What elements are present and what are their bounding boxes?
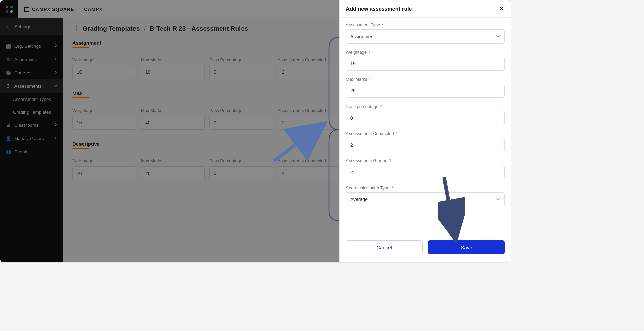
- save-button[interactable]: Save: [428, 240, 505, 254]
- drawer-body: Assessment Type * Weightage *Max Marks *…: [340, 18, 511, 235]
- assessments-graded-input[interactable]: [346, 165, 505, 179]
- form-group-assessments-conducted: Assessments Conducted *: [346, 131, 505, 152]
- pass-percentage-input[interactable]: [346, 111, 505, 125]
- form-group-pass-percentage: Pass percentage *: [346, 104, 505, 125]
- assessments-conducted-input[interactable]: [346, 138, 505, 152]
- drawer-header: Add new assessment rule ✕: [340, 0, 511, 18]
- max-marks-input[interactable]: [346, 84, 505, 98]
- form-label: Weightage *: [346, 50, 505, 55]
- form-label: Max Marks *: [346, 77, 505, 82]
- weightage-input[interactable]: [346, 57, 505, 71]
- form-label: Assessment Type *: [346, 22, 505, 27]
- drawer-footer: Cancel Save: [340, 235, 511, 262]
- form-group-weightage: Weightage *: [346, 50, 505, 71]
- form-label: Score calculation Type *: [346, 185, 505, 190]
- drawer-add-rule: Add new assessment rule ✕ Assessment Typ…: [339, 0, 511, 262]
- close-icon[interactable]: ✕: [498, 6, 505, 12]
- form-group-assessment-type: Assessment Type *: [346, 22, 505, 44]
- form-group-score-calculation-type: Score calculation Type *: [346, 185, 505, 206]
- form-label: Assessments Conducted *: [346, 131, 505, 136]
- assessment-type-select[interactable]: [346, 29, 505, 44]
- app-window: CAMPX SQUARE CAMPX ← Settings 🏢Org. Sett…: [0, 0, 511, 263]
- form-label: Pass percentage *: [346, 104, 505, 109]
- cancel-button[interactable]: Cancel: [346, 240, 423, 254]
- form-group-max-marks: Max Marks *: [346, 77, 505, 98]
- form-label: Assessments Graded *: [346, 158, 505, 163]
- drawer-title: Add new assessment rule: [346, 6, 412, 12]
- form-group-assessments-graded: Assessments Graded *: [346, 158, 505, 179]
- score-calculation-type-select[interactable]: [346, 192, 505, 206]
